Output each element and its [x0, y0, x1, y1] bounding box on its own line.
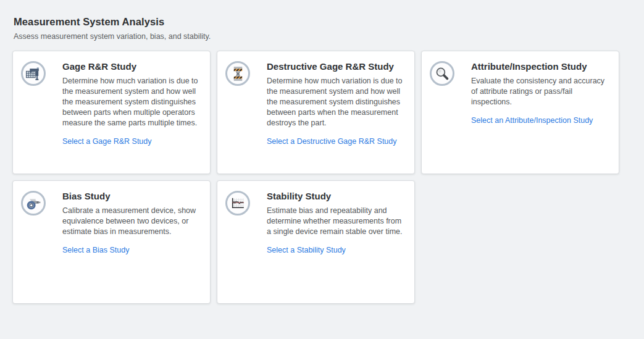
card-title: Attribute/Inspection Study [471, 61, 610, 72]
card-title: Stability Study [267, 191, 406, 201]
card-description: Determine how much variation is due to t… [267, 76, 406, 128]
destructive-specimen-icon [225, 61, 250, 86]
page-title: Measurement System Analysis [14, 16, 644, 28]
measurement-system-analysis-page: Measurement System Analysis Assess measu… [0, 0, 644, 304]
card-title: Gage R&R Study [62, 61, 201, 72]
card-title: Destructive Gage R&R Study [267, 61, 406, 72]
card-attribute-inspection-study: Attribute/Inspection Study Evaluate the … [421, 51, 619, 174]
card-gage-rr-study: Gage R&R Study Determine how much variat… [12, 51, 211, 174]
card-description: Evaluate the consistency and accuracy of… [471, 76, 610, 107]
study-card-grid: Gage R&R Study Determine how much variat… [12, 51, 644, 304]
magnifier-icon [430, 61, 454, 86]
card-bias-study: Bias Study Calibrate a measurement devic… [12, 180, 211, 304]
card-stability-study: Stability Study Estimate bias and repeat… [217, 180, 415, 304]
page-subtitle: Assess measurement system variation, bia… [14, 32, 644, 41]
select-stability-study-link[interactable]: Select a Stability Study [267, 246, 346, 254]
card-description: Calibrate a measurement device, show equ… [62, 206, 201, 237]
select-bias-study-link[interactable]: Select a Bias Study [62, 246, 129, 254]
select-attribute-inspection-study-link[interactable]: Select an Attribute/Inspection Study [471, 116, 593, 125]
card-destructive-gage-rr-study: Destructive Gage R&R Study Determine how… [217, 51, 415, 174]
card-description: Determine how much variation is due to t… [62, 76, 201, 128]
select-gage-rr-study-link[interactable]: Select a Gage R&R Study [62, 137, 152, 146]
control-chart-icon [225, 191, 250, 216]
card-title: Bias Study [62, 191, 201, 201]
micrometer-icon [21, 191, 46, 216]
select-destructive-gage-rr-study-link[interactable]: Select a Destructive Gage R&R Study [267, 137, 397, 146]
caliper-grid-icon [21, 61, 46, 86]
card-description: Estimate bias and repeatability and dete… [267, 206, 406, 237]
